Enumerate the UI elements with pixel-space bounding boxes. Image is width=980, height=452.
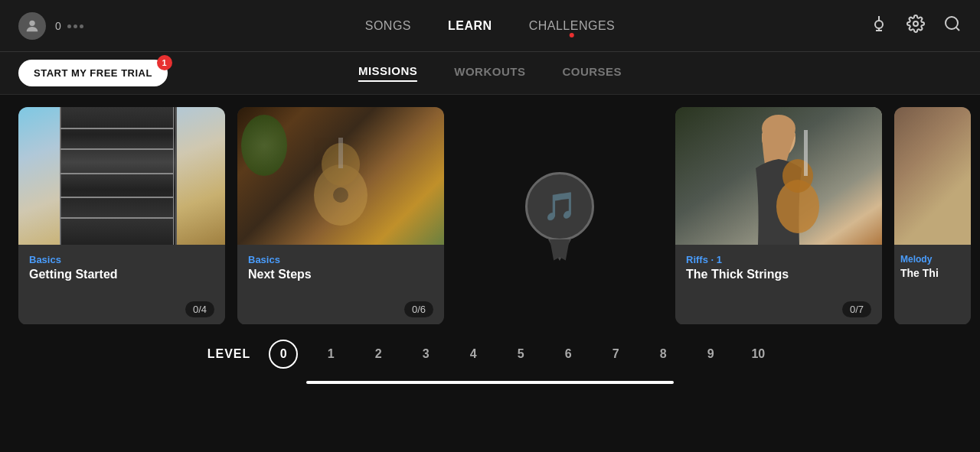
card-1-progress: 0/4 — [185, 301, 214, 317]
level-4[interactable]: 4 — [459, 340, 488, 369]
svg-point-0 — [29, 20, 34, 25]
level-10[interactable]: 10 — [743, 340, 773, 369]
sub-nav: START MY FREE TRIAL 1 MISSIONS WORKOUTS … — [0, 52, 980, 95]
card-3-progress: 0/7 — [842, 301, 871, 317]
svg-point-16 — [782, 159, 813, 193]
nav-center: SONGS LEARN CHALLENGES — [365, 19, 616, 33]
svg-rect-10 — [338, 138, 343, 168]
card-next-steps[interactable]: Basics Next Steps 0/6 — [237, 107, 444, 324]
card-2-title: Next Steps — [248, 268, 433, 281]
card-getting-started[interactable]: Basics Getting Started 0/4 — [18, 107, 225, 324]
svg-point-2 — [875, 21, 883, 28]
nav-left: 0 — [18, 12, 83, 40]
level-5[interactable]: 5 — [506, 340, 535, 369]
level-1[interactable]: 1 — [316, 340, 345, 369]
nav-learn[interactable]: LEARN — [448, 19, 492, 33]
svg-point-11 — [333, 187, 348, 203]
avatar[interactable] — [18, 12, 46, 40]
card-thick-strings[interactable]: Riffs · 1 The Thick Strings 0/7 — [675, 107, 882, 324]
level-7[interactable]: 7 — [601, 340, 630, 369]
card-2-progress: 0/6 — [404, 301, 433, 317]
card-2-category: Basics — [248, 254, 433, 265]
settings-icon[interactable] — [906, 15, 925, 37]
card-4-title: The Thi — [900, 267, 965, 279]
cards-section: Basics Getting Started 0/4 Bas — [0, 95, 980, 324]
svg-point-6 — [946, 17, 958, 29]
level-label: LEVEL — [207, 347, 251, 361]
tab-workouts[interactable]: WORKOUTS — [454, 65, 525, 81]
tab-missions[interactable]: MISSIONS — [358, 64, 417, 82]
nav-songs[interactable]: SONGS — [365, 19, 411, 33]
challenges-dot — [570, 33, 574, 37]
svg-point-5 — [913, 21, 918, 26]
medal-icon: 🎵 — [525, 172, 594, 261]
svg-line-7 — [956, 27, 959, 30]
level-row: LEVEL 0 1 2 3 4 5 6 7 8 9 10 — [207, 340, 773, 369]
svg-rect-17 — [804, 130, 808, 176]
nav-challenges[interactable]: CHALLENGES — [529, 19, 616, 33]
level-2[interactable]: 2 — [364, 340, 393, 369]
card-partial[interactable]: Melody The Thi — [894, 107, 971, 324]
tuner-icon[interactable] — [870, 15, 888, 37]
notification-badge: 1 — [157, 55, 172, 70]
level-section: LEVEL 0 1 2 3 4 5 6 7 8 9 10 — [0, 324, 980, 384]
level-8[interactable]: 8 — [648, 340, 678, 369]
level-progress-bar — [306, 381, 674, 384]
card-3-category: Riffs · 1 — [686, 254, 871, 265]
search-icon[interactable] — [943, 15, 962, 37]
badge-card: 🎵 — [456, 107, 663, 324]
nav-right — [870, 15, 962, 37]
notification-count: 0 — [55, 20, 61, 32]
card-3-title: The Thick Strings — [686, 268, 871, 281]
level-0[interactable]: 0 — [269, 340, 298, 369]
card-4-category: Melody — [900, 254, 965, 265]
level-6[interactable]: 6 — [554, 340, 583, 369]
sub-nav-tabs: MISSIONS WORKOUTS COURSES — [358, 64, 622, 82]
top-nav: 0 SONGS LEARN CHALLENGES — [0, 0, 980, 52]
card-1-category: Basics — [29, 254, 214, 265]
level-3[interactable]: 3 — [411, 340, 440, 369]
free-trial-button[interactable]: START MY FREE TRIAL 1 — [18, 60, 168, 86]
user-dots[interactable] — [67, 24, 83, 28]
level-9[interactable]: 9 — [696, 340, 725, 369]
card-1-title: Getting Started — [29, 268, 214, 281]
tab-courses[interactable]: COURSES — [562, 65, 622, 81]
